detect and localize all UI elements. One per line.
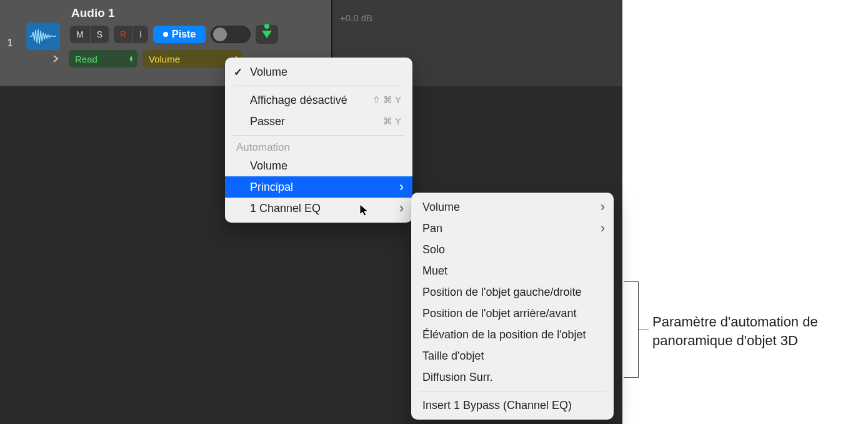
automation-mode-label: Read (75, 54, 97, 64)
callout-line (639, 330, 649, 330)
menu-separator (419, 391, 606, 391)
track-name[interactable]: Audio 1 (70, 5, 325, 23)
track-mode-button[interactable]: Piste (153, 26, 206, 43)
track-mode-label: Piste (172, 29, 196, 40)
submenu-item-solo[interactable]: Solo (411, 239, 614, 260)
toggle-knob (213, 28, 227, 41)
dot-icon (163, 32, 168, 37)
expand-automation-button[interactable] (47, 51, 64, 67)
menu-shortcut: ⇧ ⌘ Y (357, 94, 401, 106)
automation-param-label: Volume (149, 54, 180, 64)
callout-bracket (624, 281, 639, 378)
submenu-item-insert-bypass[interactable]: Insert 1 Bypass (Channel EQ) (411, 395, 614, 416)
submenu-item-pos-lr[interactable]: Position de l'objet gauche/droite (411, 281, 614, 303)
submenu-item-elevation[interactable]: Élévation de la position de l'objet (411, 324, 614, 345)
callout-annotation: Paramètre d'automation de panoramique d'… (652, 313, 818, 350)
db-level-label: +0.0 dB (340, 13, 372, 23)
submenu-item-size[interactable]: Taille d'objet (411, 345, 614, 366)
menu-shortcut: ⌘ Y (368, 116, 401, 127)
green-indicator-icon (264, 24, 269, 29)
submenu-item-diffusion[interactable]: Diffusion Surr. (411, 366, 614, 388)
solo-button[interactable]: S (91, 26, 109, 43)
menu-item-volume-checked[interactable]: Volume (225, 61, 412, 83)
triangle-down-icon (261, 29, 273, 39)
track-type-icon[interactable] (26, 23, 60, 50)
callout-line1: Paramètre d'automation de (652, 314, 818, 330)
submenu-item-muet[interactable]: Muet (411, 260, 614, 281)
track-number: 1 (0, 0, 20, 86)
record-input-group: R I (114, 26, 148, 43)
menu-separator (232, 86, 405, 86)
automation-param-menu: Volume Affichage désactivé ⇧ ⌘ Y Passer … (225, 58, 412, 223)
menu-section-header: Automation (225, 139, 412, 155)
svg-marker-0 (262, 31, 272, 38)
chevron-right-icon (52, 55, 59, 63)
waveform-icon (30, 27, 56, 46)
submenu-item-pos-fb[interactable]: Position de l'objet arrière/avant (411, 303, 614, 324)
stepper-icon: ▲▼ (129, 56, 134, 62)
automation-disclosure-button[interactable] (256, 25, 278, 44)
menu-item-channel-eq[interactable]: 1 Channel EQ (225, 198, 412, 219)
mute-solo-group: M S (70, 26, 109, 43)
menu-item-passer[interactable]: Passer ⌘ Y (225, 111, 412, 132)
submenu-item-pan[interactable]: Pan (411, 218, 614, 239)
automation-mode-select[interactable]: Read ▲▼ (69, 50, 137, 68)
toggle-switch[interactable] (211, 26, 251, 43)
callout-line2: panoramique d'objet 3D (652, 333, 798, 348)
menu-item-principal[interactable]: Principal (225, 176, 412, 198)
mute-button[interactable]: M (70, 26, 91, 43)
menu-item-label: Affichage désactivé (250, 94, 347, 107)
menu-separator (232, 135, 405, 136)
menu-item-label: Passer (250, 115, 285, 128)
input-monitor-button[interactable]: I (133, 26, 148, 43)
record-enable-button[interactable]: R (114, 26, 133, 43)
menu-item-display-off[interactable]: Affichage désactivé ⇧ ⌘ Y (225, 89, 412, 111)
submenu-item-volume[interactable]: Volume (411, 196, 614, 218)
menu-item-auto-volume[interactable]: Volume (225, 155, 412, 176)
principal-submenu: Volume Pan Solo Muet Position de l'objet… (411, 193, 614, 420)
